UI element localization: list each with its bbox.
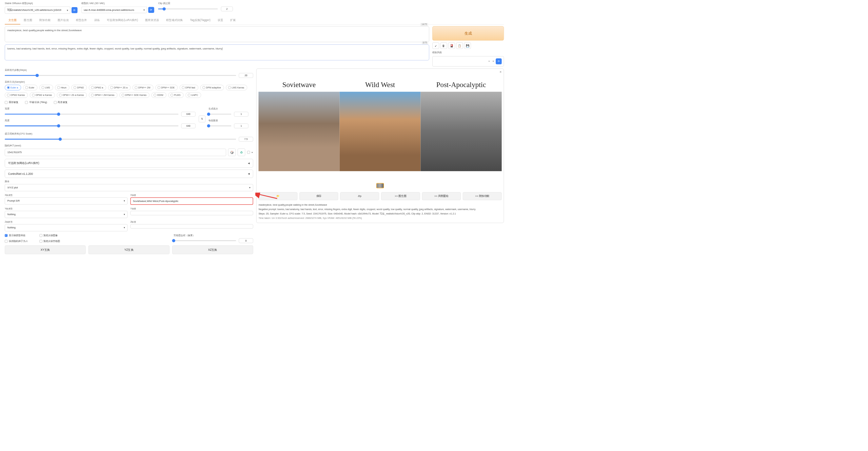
chevron-left-icon: ◀ [248, 172, 250, 175]
sampler-option[interactable]: DPM++ SDE [155, 85, 178, 90]
batch-count-slider[interactable] [209, 114, 231, 115]
z-val-label: Z轴值 [130, 220, 253, 223]
margin-slider[interactable] [174, 240, 236, 241]
output-panel: ✕ SovietwaveWild WestPost-Apocalyptic 📁保… [256, 68, 504, 223]
steps-value[interactable]: 20 [239, 73, 253, 78]
checkpoint-dropdown[interactable]: 写实\realisticVisionV20_v20.safetensors [c… [5, 6, 70, 14]
sampler-option[interactable]: DPM++ 2S a [108, 85, 131, 90]
sampler-option[interactable]: Euler [23, 85, 37, 90]
batch-size-slider[interactable] [209, 125, 231, 126]
tab-4[interactable]: 模型合并 [72, 17, 91, 24]
sampler-option[interactable]: DPM2 a [89, 85, 106, 90]
output-action-button[interactable]: >> 附加功能 [463, 192, 502, 200]
prompt-positive[interactable]: 14/75 masterpiece, best quality,people w… [5, 26, 429, 42]
sampler-option[interactable]: DPM adaptive [200, 85, 224, 90]
save-icon[interactable]: 💾 [464, 42, 471, 49]
trash-icon[interactable]: 🗑 [440, 42, 447, 49]
sampler-option[interactable]: Heun [55, 85, 70, 90]
sampler-option[interactable]: DPM++ 2S a Karras [57, 92, 87, 98]
tab-2[interactable]: 附加功能 [36, 17, 54, 24]
tab-8[interactable]: 模型格式转换 [163, 17, 186, 24]
hires-check[interactable]: 高清修复 [54, 101, 67, 104]
sampler-option[interactable]: DPM2 a Karras [30, 92, 55, 98]
batch-count-value[interactable]: 1 [234, 112, 248, 117]
x-type-dropdown[interactable]: Prompt S/R [5, 197, 127, 204]
face-restore-check[interactable]: 面部修复 [5, 101, 18, 104]
refresh-styles-icon[interactable]: ⟳ [496, 58, 502, 64]
lora-accordion[interactable]: 可选附加网络(LoRA插件) ◀ [5, 159, 253, 168]
tab-0[interactable]: 文生图 [5, 17, 20, 24]
tab-5[interactable]: 训练 [91, 17, 103, 24]
cfg-slider[interactable] [5, 139, 236, 140]
seed-extra-check[interactable] [247, 151, 250, 153]
clipboard-icon[interactable]: 📋 [456, 42, 463, 49]
batch-count-label: 生成批次 [209, 107, 248, 110]
controlnet-accordion[interactable]: ControlNet v1.1.200 ◀ [5, 169, 253, 178]
sub-grid-check[interactable]: 预览次级宫格图 [39, 240, 162, 243]
batch-size-value[interactable]: 1 [234, 123, 248, 128]
swap-dimensions-button[interactable]: ⇅ [199, 116, 205, 122]
x-val-label: X轴值 [130, 193, 253, 197]
z-val-input[interactable] [130, 224, 253, 229]
sampler-option[interactable]: DPM++ 2M Karras [89, 92, 117, 98]
sampler-option[interactable]: DPM++ 2M [133, 85, 153, 90]
output-action-button[interactable]: 保存 [299, 192, 338, 200]
seed-reuse-button[interactable]: ♻ [238, 148, 245, 156]
sampler-option[interactable]: DDIM [152, 92, 166, 98]
width-value[interactable]: 640 [181, 112, 195, 117]
sampler-option[interactable]: Euler a [5, 85, 21, 90]
clip-skip-value[interactable]: 2 [221, 6, 233, 11]
open-folder-button[interactable]: 📁 [258, 192, 297, 200]
steps-slider[interactable] [5, 75, 236, 76]
y-type-dropdown[interactable]: Nothing [5, 211, 127, 218]
output-action-button[interactable]: Zip [340, 192, 379, 200]
tab-6[interactable]: 可选附加网络(LoRA插件) [103, 17, 142, 24]
x-val-input[interactable]: Sovietwave,Wild West,Post-Apocalyptic [130, 197, 253, 205]
output-image-grid[interactable]: SovietwaveWild WestPost-Apocalyptic [258, 77, 501, 171]
arrow-icon[interactable]: ↙ [432, 42, 439, 49]
sampler-option[interactable]: LMS [39, 85, 53, 90]
refresh-checkpoint-icon[interactable]: ⟳ [72, 7, 78, 13]
seed-input[interactable]: 1541761975 [5, 149, 226, 156]
tab-10[interactable]: 设置 [214, 17, 227, 24]
prompt-negative[interactable]: 0/75 lowres, bad anatomy, bad hands, tex… [5, 44, 429, 60]
sampler-option[interactable]: PLMS [168, 92, 183, 98]
y-val-input[interactable] [130, 211, 253, 215]
sub-image-check[interactable]: 预览次级图像 [39, 234, 162, 237]
style-clear-icon[interactable]: × [488, 60, 490, 63]
sampler-option[interactable]: UniPC [185, 92, 201, 98]
margin-value[interactable]: 0 [239, 238, 253, 243]
swap-button[interactable]: XZ互换 [172, 245, 253, 254]
width-slider[interactable] [5, 114, 178, 115]
refresh-vae-icon[interactable]: ⟳ [148, 7, 154, 13]
tab-11[interactable]: 扩展 [227, 17, 240, 24]
sampler-option[interactable]: DPM++ SDE Karras [119, 92, 150, 98]
tiling-check[interactable]: 平铺/分块 (Tiling) [25, 101, 47, 104]
z-type-dropdown[interactable]: Nothing [5, 224, 127, 231]
tab-1[interactable]: 图生图 [20, 17, 36, 24]
tab-3[interactable]: 图片信息 [54, 17, 72, 24]
sampler-option[interactable]: DPM2 Karras [5, 92, 28, 98]
height-value[interactable]: 640 [181, 123, 195, 128]
cfg-value[interactable]: 7.5 [239, 137, 253, 142]
height-slider[interactable] [5, 125, 178, 126]
output-action-button[interactable]: >> 图生图 [381, 192, 420, 200]
vae-dropdown[interactable]: vae-ft-mse-840000-ema-pruned.safetensors [81, 6, 147, 13]
clip-skip-slider[interactable] [158, 8, 218, 9]
seed-random-button[interactable]: 🎲 [228, 148, 236, 156]
keep-seed-check[interactable]: 保持随机种子为-1 [5, 240, 27, 243]
generate-button[interactable]: 生成 [432, 26, 504, 40]
sampler-option[interactable]: LMS Karras [226, 85, 247, 90]
card-icon[interactable]: 🎴 [448, 42, 455, 49]
sampler-option[interactable]: DPM2 [72, 85, 87, 90]
swap-button[interactable]: XY互换 [5, 245, 86, 254]
tab-9[interactable]: Tag反推(Tagger) [186, 17, 214, 24]
sampler-option[interactable]: DPM fast [180, 85, 198, 90]
script-dropdown[interactable]: X/Y/Z plot [5, 184, 253, 191]
tab-7[interactable]: 图库浏览器 [141, 17, 162, 24]
output-thumbnail[interactable] [376, 183, 384, 188]
swap-button[interactable]: YZ互换 [88, 245, 170, 254]
show-axis-check[interactable]: 显示轴类型和值 [5, 234, 27, 237]
output-action-button[interactable]: >> 局部重绘 [422, 192, 461, 200]
close-icon[interactable]: ✕ [499, 70, 502, 73]
